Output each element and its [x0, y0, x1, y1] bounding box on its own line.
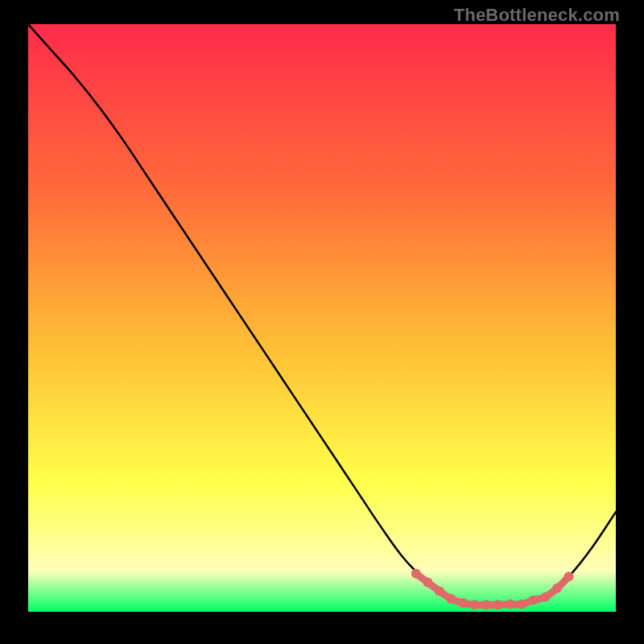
highlight-dot [423, 578, 432, 588]
highlight-dot [564, 572, 574, 581]
highlight-dot [411, 569, 421, 579]
watermark-text: TheBottleneck.com [454, 5, 620, 26]
highlight-dot [458, 598, 468, 608]
highlight-dot [517, 600, 526, 609]
highlight-dot [529, 595, 539, 605]
highlight-dot [435, 586, 444, 596]
highlight-dot [552, 584, 562, 593]
highlight-dot [481, 600, 491, 609]
highlight-dot [540, 592, 550, 602]
gradient-background [28, 24, 616, 612]
highlight-dot [447, 594, 456, 604]
chart-frame [28, 24, 616, 612]
highlight-dot [506, 600, 515, 609]
highlight-dot [470, 600, 480, 609]
highlight-dot [493, 600, 503, 609]
bottleneck-chart [28, 24, 616, 612]
